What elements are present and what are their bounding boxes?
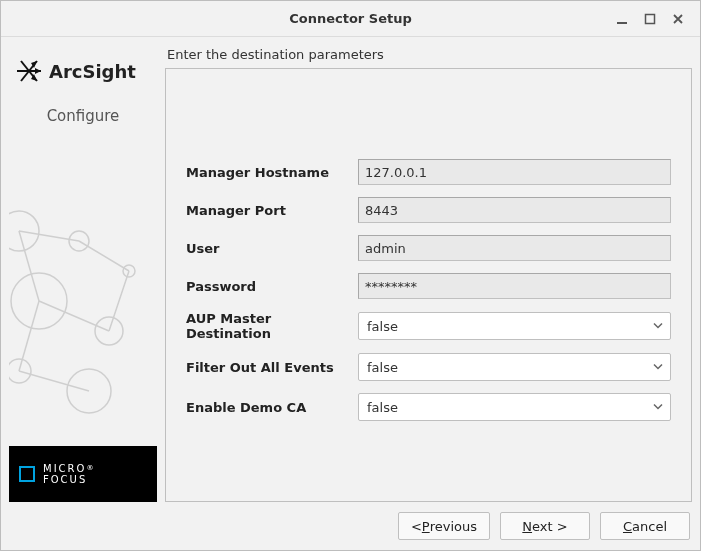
- button-row: < Previous Next > Cancel: [9, 502, 692, 542]
- password-field[interactable]: [358, 273, 671, 299]
- manager-hostname-field[interactable]: [358, 159, 671, 185]
- microfocus-text: MICRO® FOCUS: [43, 463, 95, 485]
- cancel-button[interactable]: Cancel: [600, 512, 690, 540]
- label-manager-hostname: Manager Hostname: [186, 165, 356, 180]
- arcsight-icon: [15, 57, 43, 85]
- minimize-icon: [616, 13, 628, 25]
- user-field[interactable]: [358, 235, 671, 261]
- label-enable-demo-ca: Enable Demo CA: [186, 400, 356, 415]
- sidebar-graphic: [9, 161, 157, 446]
- window-root: Connector Setup: [0, 0, 701, 551]
- label-filter-out: Filter Out All Events: [186, 360, 356, 375]
- svg-rect-0: [617, 22, 627, 24]
- content-pane: Enter the destination parameters Manager…: [165, 43, 692, 502]
- svg-line-15: [19, 371, 89, 391]
- instruction-text: Enter the destination parameters: [165, 43, 692, 68]
- brand-text: ArcSight: [49, 61, 136, 82]
- brand-logo: ArcSight: [9, 43, 157, 89]
- svg-line-18: [19, 301, 39, 371]
- window-title: Connector Setup: [93, 11, 608, 26]
- label-manager-port: Manager Port: [186, 203, 356, 218]
- main-row: ArcSight Configure: [9, 43, 692, 502]
- label-user: User: [186, 241, 356, 256]
- window-body: ArcSight Configure: [1, 37, 700, 550]
- close-icon: [672, 13, 684, 25]
- close-button[interactable]: [664, 7, 692, 31]
- svg-rect-1: [646, 14, 655, 23]
- microfocus-icon: [19, 466, 35, 482]
- svg-marker-2: [35, 68, 41, 74]
- next-button[interactable]: Next >: [500, 512, 590, 540]
- label-password: Password: [186, 279, 356, 294]
- form-grid: Manager Hostname Manager Port User Passw…: [186, 159, 671, 421]
- sidebar: ArcSight Configure: [9, 43, 157, 502]
- manager-port-field[interactable]: [358, 197, 671, 223]
- maximize-button[interactable]: [636, 7, 664, 31]
- config-box: Manager Hostname Manager Port User Passw…: [165, 68, 692, 502]
- enable-demo-ca-select[interactable]: false: [358, 393, 671, 421]
- svg-point-5: [9, 211, 39, 251]
- minimize-button[interactable]: [608, 7, 636, 31]
- maximize-icon: [644, 13, 656, 25]
- previous-button[interactable]: < Previous: [398, 512, 490, 540]
- titlebar: Connector Setup: [1, 1, 700, 37]
- wizard-step-label: Configure: [9, 107, 157, 125]
- filter-out-select[interactable]: false: [358, 353, 671, 381]
- label-aup-master: AUP Master Destination: [186, 311, 356, 341]
- svg-line-13: [79, 241, 129, 271]
- aup-master-select[interactable]: false: [358, 312, 671, 340]
- sidebar-footer: MICRO® FOCUS: [9, 446, 157, 502]
